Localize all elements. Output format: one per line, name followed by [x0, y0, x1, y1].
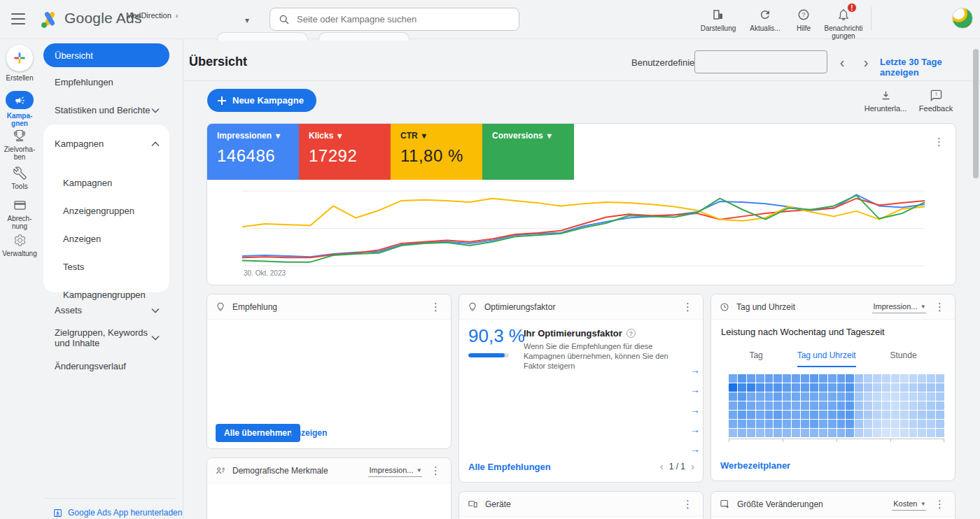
page-prev-button[interactable]: ‹ — [660, 460, 664, 472]
page-next-button[interactable]: › — [691, 460, 694, 472]
optimization-score-card: Optimierungsfaktor ⋮ 90,3 % Ihr Optimier… — [458, 294, 704, 483]
tab-tag[interactable]: Tag — [749, 350, 762, 367]
heatmap-cell — [729, 383, 737, 392]
rail-item-admin[interactable]: Verwaltung — [0, 234, 39, 257]
sidebar-item-kampagnen[interactable]: Kampagnen — [43, 178, 112, 188]
card-menu-button[interactable]: ⋮ — [681, 301, 694, 312]
megaphone-icon — [6, 91, 34, 109]
biggest-changes-card: Größte Veränderungen Kosten ▾ ⋮ — [710, 491, 955, 519]
heatmap-cell — [738, 420, 746, 428]
chart-menu-button[interactable]: ⋮ — [932, 136, 946, 147]
heatmap-cell — [909, 420, 918, 428]
menu-icon[interactable] — [11, 13, 25, 24]
heatmap-cell — [747, 383, 755, 392]
date-range-input[interactable] — [694, 50, 827, 73]
feedback-button[interactable]: ! Feedback — [911, 90, 960, 113]
metric-tab-impressionen[interactable]: Impressionen▾ 146486 — [207, 124, 299, 180]
heatmap-cell — [819, 383, 827, 392]
card-menu-button[interactable]: ⋮ — [429, 301, 442, 312]
heatmap-cell — [729, 429, 737, 437]
global-search[interactable] — [270, 8, 519, 31]
vertical-scrollbar[interactable] — [973, 49, 979, 178]
info-icon[interactable]: ? — [626, 329, 636, 338]
heatmap-cell — [765, 392, 774, 401]
card-menu-button[interactable]: ⋮ — [933, 499, 946, 509]
rail-item-campaigns[interactable]: Kampa-gnen — [0, 91, 39, 127]
sidebar-item-aenderungsverlauf[interactable]: Änderungsverlauf — [43, 361, 169, 371]
metric-tab-klicks[interactable]: Klicks▾ 17292 — [299, 124, 391, 180]
notifications-button[interactable]: ! Benachrichti gungen — [820, 4, 867, 40]
sidebar-item-zielgruppen[interactable]: Zielgruppen, Keywords und Inhalte — [43, 327, 169, 348]
recommendation-arrow-icon[interactable]: → — [690, 364, 701, 376]
show-link[interactable]: Anzeigen — [290, 428, 327, 438]
card-menu-button[interactable]: ⋮ — [681, 499, 694, 509]
heatmap-cell — [756, 429, 764, 437]
metric-tab-conversions[interactable]: Conversions▾ — [482, 124, 574, 180]
recommendation-arrow-icon[interactable]: → — [690, 384, 701, 395]
recommendation-arrow-icon[interactable]: → — [690, 424, 701, 435]
heatmap-cell — [882, 411, 890, 419]
refresh-button[interactable]: Aktualis... — [743, 4, 787, 32]
heatmap-cell — [828, 420, 836, 428]
sidebar-item-anzeigen[interactable]: Anzeigen — [43, 234, 101, 244]
metric-dropdown[interactable]: Impression... ▾ — [872, 301, 927, 313]
heatmap-cell — [936, 401, 944, 410]
new-campaign-button[interactable]: Neue Kampagne — [207, 89, 316, 112]
rail-item-tools[interactable]: Tools — [0, 166, 39, 190]
heatmap-cell — [783, 420, 791, 428]
heatmap-cell — [864, 383, 872, 392]
account-caret-icon[interactable]: ▾ — [245, 15, 249, 25]
tab-tag-und-uhrzeit[interactable]: Tag und Uhrzeit — [797, 350, 856, 367]
download-icon — [880, 90, 892, 101]
appearance-button[interactable]: Darstellung — [693, 4, 743, 32]
sidebar-item-uebersicht[interactable]: Übersicht — [43, 43, 169, 67]
all-recommendations-link[interactable]: Alle Empfehlungen — [468, 462, 551, 472]
download-app-link[interactable]: Google Ads App herunterladen — [53, 508, 182, 518]
topbar: Google Ads MedDirection › ▾ Darstellung — [0, 0, 980, 39]
metric-tab-ctr[interactable]: CTR▾ 11,80 % — [391, 124, 482, 180]
sidebar-item-kampagnengruppen[interactable]: Kampagnengruppen — [43, 290, 146, 300]
caret-down-icon: ▾ — [921, 303, 925, 310]
heatmap-cell — [846, 411, 854, 419]
ad-schedule-link[interactable]: Werbezeitplaner — [720, 460, 790, 471]
card-menu-button[interactable]: ⋮ — [429, 465, 442, 476]
date-next-button[interactable]: › — [857, 53, 875, 71]
rail-item-create[interactable]: Erstellen — [0, 45, 39, 82]
breadcrumb[interactable]: MedDirection › — [126, 11, 178, 20]
card-menu-button[interactable]: ⋮ — [933, 301, 946, 312]
heatmap-cell — [927, 411, 935, 419]
optimization-progress — [468, 353, 509, 357]
last-30-days-link[interactable]: Letzte 30 Tage anzeigen — [880, 57, 980, 78]
tab-stunde[interactable]: Stunde — [890, 350, 917, 367]
sidebar-item-statistiken[interactable]: Statistiken und Berichte — [43, 105, 169, 115]
heatmap-cell — [783, 401, 791, 410]
heatmap-cell — [792, 411, 800, 419]
rail-item-goals[interactable]: Zielvorha-ben — [0, 129, 39, 161]
heatmap-cell — [837, 374, 846, 383]
sidebar-item-kampagnen-group[interactable]: Kampagnen — [43, 125, 169, 149]
sidebar-divider — [43, 498, 176, 499]
download-button[interactable]: Herunterla... — [861, 90, 910, 113]
sidebar-item-empfehlungen[interactable]: Empfehlungen — [43, 77, 169, 87]
heatmap-cell — [783, 392, 791, 401]
recommendation-arrow-icon[interactable]: → — [690, 443, 701, 455]
sidebar-item-anzeigengruppen[interactable]: Anzeigengruppen — [43, 206, 134, 216]
help-button[interactable]: ? Hilfe — [787, 4, 820, 32]
apply-all-button[interactable]: Alle übernehmen — [216, 424, 300, 442]
metric-dropdown[interactable]: Kosten ▾ — [892, 498, 926, 511]
sidebar-item-assets[interactable]: Assets — [43, 305, 169, 315]
avatar[interactable] — [952, 8, 973, 29]
heatmap-cell — [873, 401, 881, 410]
rail-item-billing[interactable]: Abrech-nung — [0, 199, 39, 230]
optimization-heading: Ihr Optimierungsfaktor ? — [524, 328, 636, 339]
topbar-actions: Darstellung Aktualis... ? Hilfe — [693, 4, 878, 40]
heatmap-cell — [810, 392, 818, 401]
date-prev-button[interactable]: ‹ — [833, 53, 851, 71]
search-input[interactable] — [297, 14, 510, 24]
recommendation-arrow-icon[interactable]: → — [690, 404, 701, 415]
heatmap-cell — [729, 420, 737, 428]
sidebar-item-tests[interactable]: Tests — [43, 262, 84, 272]
metric-dropdown[interactable]: Impression... ▾ — [368, 464, 423, 477]
heatmap-cell — [738, 392, 746, 401]
heatmap-cell — [801, 411, 809, 419]
